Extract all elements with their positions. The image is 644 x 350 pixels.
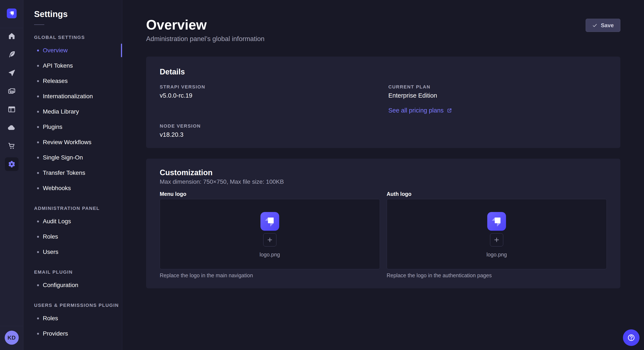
sidebar-item-plugins[interactable]: Plugins (24, 119, 122, 135)
bullet-icon (37, 318, 39, 319)
strapi-logo[interactable] (7, 8, 16, 18)
save-button[interactable]: Save (586, 19, 620, 32)
cloud-icon (8, 123, 16, 132)
rail-item-cloud[interactable] (5, 121, 18, 134)
sidebar-item-label: Providers (43, 330, 68, 337)
sidebar-item-admin-roles[interactable]: Roles (24, 229, 122, 244)
bullet-icon (37, 111, 39, 113)
bullet-icon (37, 251, 39, 253)
sidebar-item-overview[interactable]: Overview (24, 43, 122, 58)
strapi-mark-icon (262, 213, 278, 229)
auth-logo-filename: logo.png (486, 252, 507, 258)
main-content: Overview Administration panel’s global i… (122, 0, 644, 350)
layout-icon (8, 105, 16, 114)
sidebar-item-label: Review Workflows (43, 139, 91, 146)
field-label: CURRENT PLAN (388, 84, 607, 90)
details-card: Details STRAPI VERSION v5.0.0-rc.19 CURR… (146, 57, 620, 148)
sidebar-item-label: Transfer Tokens (43, 170, 85, 176)
sidebar-item-media-library[interactable]: Media Library (24, 104, 122, 119)
page-title: Overview (146, 18, 264, 32)
sidebar-item-admin-users[interactable]: Users (24, 244, 122, 260)
menu-logo-add-button[interactable] (263, 233, 276, 246)
rail-item-media-library[interactable] (5, 84, 18, 98)
sidebar-item-transfer-tokens[interactable]: Transfer Tokens (24, 165, 122, 180)
feather-icon (8, 50, 16, 59)
sidebar-item-label: Internationalization (43, 93, 93, 100)
field-strapi-version: STRAPI VERSION v5.0.0-rc.19 (160, 84, 378, 114)
sidebar-item-label: Roles (43, 233, 58, 240)
bullet-icon (37, 95, 39, 97)
rail-item-content-type-builder[interactable] (5, 103, 18, 116)
settings-subnav: Settings GLOBAL SETTINGS Overview API To… (24, 0, 122, 350)
sidebar-item-audit-logs[interactable]: Audit Logs (24, 214, 122, 229)
menu-logo-dropzone[interactable]: logo.png (160, 199, 380, 269)
plus-icon (493, 236, 500, 243)
rail-divider-bottom (0, 326, 23, 326)
rail-item-settings[interactable] (5, 157, 18, 171)
subnav-title-rule (34, 24, 44, 25)
question-mark-icon (627, 333, 636, 342)
strapi-mark-icon (488, 213, 505, 229)
auth-logo-add-button[interactable] (490, 233, 503, 246)
sidebar-item-label: Users (43, 249, 58, 255)
sidebar-item-review-workflows[interactable]: Review Workflows (24, 135, 122, 150)
bullet-icon (37, 65, 39, 67)
sidebar-item-label: Webhooks (43, 185, 71, 191)
field-label: NODE VERSION (160, 123, 378, 129)
customization-subheading: Max dimension: 750×750, Max file size: 1… (160, 178, 607, 185)
sidebar-item-up-roles[interactable]: Roles (24, 311, 122, 326)
pricing-plans-link[interactable]: See all pricing plans (388, 107, 452, 114)
paper-plane-icon (8, 68, 16, 77)
sidebar-item-label: Roles (43, 315, 58, 322)
field-label: STRAPI VERSION (160, 84, 378, 90)
page-header: Overview Administration panel’s global i… (146, 0, 620, 43)
sidebar-item-api-tokens[interactable]: API Tokens (24, 58, 122, 73)
section-header-users-permissions-plugin: USERS & PERMISSIONS PLUGIN (34, 303, 122, 308)
bullet-icon (37, 333, 39, 335)
user-avatar[interactable]: KD (5, 331, 19, 345)
cart-icon (8, 142, 16, 150)
external-link-icon (446, 108, 452, 113)
help-button[interactable] (623, 329, 640, 346)
sidebar-item-internationalization[interactable]: Internationalization (24, 89, 122, 104)
rail-item-marketplace[interactable] (5, 139, 18, 153)
save-button-label: Save (601, 22, 614, 29)
bullet-icon (37, 157, 39, 159)
auth-logo-dropzone[interactable]: logo.png (387, 199, 607, 269)
auth-logo-preview (487, 212, 506, 231)
subnav-title: Settings (34, 9, 122, 19)
menu-logo-filename: logo.png (260, 252, 280, 258)
strapi-mark-icon (8, 9, 16, 18)
sidebar-item-label: Single Sign-On (43, 154, 83, 161)
section-header-email-plugin: EMAIL PLUGIN (34, 269, 122, 275)
bullet-icon (37, 187, 39, 189)
bullet-icon (37, 126, 39, 128)
rail-item-content-manager[interactable] (5, 48, 18, 61)
field-node-version: NODE VERSION v18.20.3 (160, 123, 378, 138)
bullet-icon (37, 220, 39, 222)
rail-item-home[interactable] (5, 29, 18, 43)
sidebar-item-webhooks[interactable]: Webhooks (24, 180, 122, 196)
pricing-plans-link-label: See all pricing plans (388, 107, 444, 114)
sidebar-item-email-configuration[interactable]: Configuration (24, 278, 122, 293)
menu-logo-preview (260, 212, 279, 231)
sidebar-item-single-sign-on[interactable]: Single Sign-On (24, 150, 122, 165)
bullet-icon (37, 236, 39, 238)
bullet-icon (37, 80, 39, 82)
bullet-icon (37, 49, 39, 51)
sidebar-item-label: Audit Logs (43, 218, 71, 225)
auth-logo-label: Auth logo (387, 191, 607, 197)
rail-item-deploy[interactable] (5, 66, 18, 80)
main-nav-rail: KD (0, 0, 24, 350)
section-header-administration-panel: ADMINISTRATION PANEL (34, 206, 122, 211)
bullet-icon (37, 141, 39, 143)
sidebar-item-label: Overview (43, 47, 68, 54)
menu-logo-field: Menu logo logo.png (160, 191, 380, 279)
sidebar-item-up-providers[interactable]: Providers (24, 326, 122, 341)
bullet-icon (37, 284, 39, 286)
pictures-icon (8, 87, 16, 95)
sidebar-item-label: API Tokens (43, 62, 73, 69)
menu-logo-caption: Replace the logo in the main navigation (160, 272, 380, 279)
home-icon (8, 32, 16, 40)
sidebar-item-releases[interactable]: Releases (24, 73, 122, 89)
